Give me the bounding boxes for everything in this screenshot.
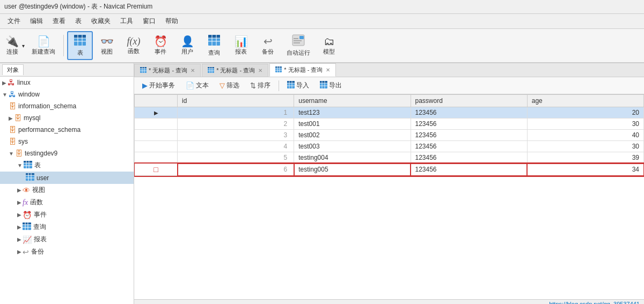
table-row[interactable]: ▶1test12312345620	[135, 107, 644, 118]
toolbar-table-label: 表	[77, 49, 83, 57]
reports-icon: 📈	[23, 235, 32, 244]
col-username[interactable]: username	[294, 95, 411, 107]
toolbar-report-button[interactable]: 📊 报表	[228, 33, 254, 58]
table-row[interactable]: 3test00212345640	[135, 130, 644, 141]
menu-file[interactable]: 文件	[3, 15, 25, 27]
col-password[interactable]: password	[411, 95, 527, 107]
toolbar-user-button[interactable]: 👤 用户	[174, 33, 200, 58]
toolbar-query-button[interactable]: 查询	[201, 32, 227, 60]
sidebar-item-tables-group[interactable]: ▼ 表	[0, 159, 134, 172]
sidebar-item-linux[interactable]: ▶ 🖧 linux	[0, 77, 134, 88]
begin-transaction-icon: ▶	[142, 81, 148, 90]
cell-age: 20	[527, 107, 643, 118]
tables-group-label: 表	[34, 161, 41, 170]
sidebar-item-information-schema[interactable]: 🗄 information_schema	[0, 100, 134, 112]
table-row[interactable]: 2test00112345630	[135, 118, 644, 130]
cell-id: 4	[178, 141, 294, 152]
sidebar-item-backups-group[interactable]: ▶ ↩ 备份	[0, 246, 134, 258]
cell-username: test001	[294, 118, 411, 130]
tab-2[interactable]: * 无标题 - 查询 ✕	[202, 64, 268, 77]
col-id[interactable]: id	[178, 95, 294, 107]
sidebar-item-sys[interactable]: 🗄 sys	[0, 136, 134, 147]
content-area: * 无标题 - 查询 ✕ * 无标题 - 查询 ✕ * 无标题 - 查询 ✕	[134, 63, 644, 304]
sidebar-item-performance-schema[interactable]: 🗄 performance_schema	[0, 124, 134, 136]
linux-arrow: ▶	[2, 80, 6, 86]
menu-window[interactable]: 窗口	[138, 15, 160, 27]
import-label: 导入	[296, 81, 309, 90]
new-query-button[interactable]: 📄 新建查询	[27, 33, 60, 58]
sidebar-item-funcs-group[interactable]: ▶ fx 函数	[0, 196, 134, 209]
menu-favorites[interactable]: 收藏夹	[87, 15, 115, 27]
cell-age: 34	[527, 164, 643, 176]
cell-id: 1	[178, 107, 294, 118]
tab-3[interactable]: * 无标题 - 查询 ✕	[269, 63, 336, 77]
menu-help[interactable]: 帮助	[161, 15, 182, 27]
svg-rect-13	[299, 36, 304, 39]
cell-password: 123456	[411, 130, 527, 141]
sidebar-item-testingdev9[interactable]: ▼ 🗄 testingdev9	[0, 147, 134, 159]
views-arrow: ▶	[17, 187, 21, 193]
cell-id: 6	[178, 164, 294, 176]
sidebar-item-window[interactable]: ▼ 🖧 window	[0, 88, 134, 100]
tab-3-close[interactable]: ✕	[326, 67, 330, 73]
tab-2-close[interactable]: ✕	[258, 68, 262, 73]
sidebar-item-user-table[interactable]: user	[0, 172, 134, 184]
filter-button[interactable]: ▽ 筛选	[215, 79, 244, 92]
toolbar-user-icon: 👤	[181, 36, 194, 47]
cell-username: test003	[294, 141, 411, 152]
toolbar-backup-button[interactable]: ↩ 备份	[255, 33, 281, 58]
tab-1[interactable]: * 无标题 - 查询 ✕	[134, 64, 201, 77]
sidebar-item-events-group[interactable]: ▶ ⏰ 事件	[0, 209, 134, 221]
text-button[interactable]: 📄 文本	[181, 79, 214, 92]
menu-edit[interactable]: 编辑	[26, 15, 47, 27]
reports-label: 报表	[34, 235, 47, 244]
data-table-wrapper: id username password age ▶1test123123456…	[134, 94, 644, 299]
toolbar-event-button[interactable]: ⏰ 事件	[148, 33, 173, 58]
svg-rect-42	[208, 67, 214, 69]
toolbar-event-label: 事件	[155, 48, 166, 56]
menu-tools[interactable]: 工具	[116, 15, 137, 27]
connect-btn-group: 🔌 连接 ▾	[3, 34, 26, 58]
sidebar-item-mysql[interactable]: ▶ 🗄 mysql	[0, 112, 134, 124]
toolbar-backup-label: 备份	[262, 48, 274, 56]
export-icon	[320, 81, 327, 90]
menu-table[interactable]: 表	[71, 15, 86, 27]
toolbar-event-icon: ⏰	[154, 36, 167, 47]
sidebar-item-reports-group[interactable]: ▶ 📈 报表	[0, 233, 134, 246]
svg-rect-18	[24, 161, 32, 163]
tab-2-icon	[208, 67, 214, 75]
table-row[interactable]: □6testing00512345634	[135, 164, 644, 176]
col-age[interactable]: age	[527, 95, 643, 107]
sidebar-item-views-group[interactable]: ▶ 👁 视图	[0, 184, 134, 196]
tab-1-close[interactable]: ✕	[191, 68, 195, 73]
table-row[interactable]: 4test00312345630	[135, 141, 644, 152]
col-indicator	[135, 95, 178, 107]
linux-icon: 🖧	[8, 78, 15, 87]
toolbar-view-button[interactable]: 👓 视图	[94, 33, 120, 58]
tables-group-arrow: ▼	[17, 162, 23, 168]
table-row[interactable]: 5testing00412345639	[135, 152, 644, 164]
sidebar-item-queries-group[interactable]: ▶ 查询	[0, 221, 134, 233]
user-table-label: user	[36, 174, 49, 182]
connect-button[interactable]: 🔌 连接	[3, 34, 21, 58]
sidebar-tab-objects[interactable]: 对象	[2, 64, 24, 75]
mysql-arrow: ▶	[9, 115, 13, 121]
begin-transaction-button[interactable]: ▶ 开始事务	[137, 79, 180, 92]
new-query-label: 新建查询	[32, 48, 55, 56]
cell-username: testing004	[294, 152, 411, 164]
toolbar-autorun-button[interactable]: 自动运行	[282, 32, 315, 60]
toolbar-model-button[interactable]: 🗂 模型	[316, 33, 342, 58]
toolbar-table-button[interactable]: 表	[67, 31, 93, 60]
export-button[interactable]: 导出	[315, 79, 347, 92]
import-button[interactable]: 导入	[282, 79, 314, 92]
connect-dropdown-arrow[interactable]: ▾	[21, 34, 26, 58]
toolbar-table-icon	[74, 34, 86, 48]
mysql-label: mysql	[24, 114, 40, 122]
cell-age: 30	[527, 118, 643, 130]
svg-rect-36	[140, 67, 147, 69]
toolbar-function-button[interactable]: f(x) 函数	[121, 34, 147, 58]
menu-view[interactable]: 查看	[48, 15, 70, 27]
performance-schema-icon: 🗄	[9, 125, 16, 134]
queries-arrow: ▶	[17, 224, 21, 230]
sort-button[interactable]: ⇅ 排序	[245, 79, 275, 92]
